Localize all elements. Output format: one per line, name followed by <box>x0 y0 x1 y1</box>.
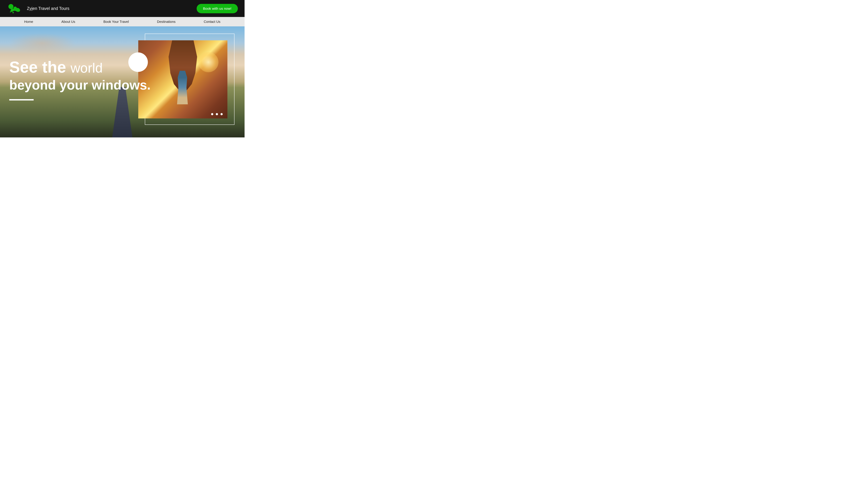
hero-underline <box>9 99 34 101</box>
brand-title: Zyjen Travel and Tours <box>27 6 69 11</box>
dancer-figure <box>176 71 189 104</box>
hero-section: See the world beyond your windows. <box>0 26 244 138</box>
feature-image <box>138 40 227 119</box>
svg-point-0 <box>8 4 14 9</box>
decorative-circle <box>128 52 148 72</box>
nav-home[interactable]: Home <box>24 20 33 24</box>
nav-about[interactable]: About Us <box>62 20 75 24</box>
nav-book[interactable]: Book Your Travel <box>103 20 129 24</box>
svg-point-2 <box>10 12 11 13</box>
main-nav: Home About Us Book Your Travel Destinati… <box>0 17 244 26</box>
carousel-dot-2[interactable] <box>216 113 218 115</box>
svg-point-3 <box>13 12 14 13</box>
brand-container: Zyjen Travel and Tours <box>7 3 69 14</box>
carousel-dots <box>211 113 223 115</box>
hero-line-2: beyond your windows. <box>9 78 151 92</box>
nav-destinations[interactable]: Destinations <box>157 20 176 24</box>
logo-icon <box>7 3 22 14</box>
book-now-button[interactable]: Book with us now! <box>196 4 238 13</box>
hero-text-bold: See the <box>9 58 66 76</box>
nav-contact[interactable]: Contact Us <box>204 20 220 24</box>
header-bar: Zyjen Travel and Tours Book with us now! <box>0 0 244 17</box>
hero-text-light: world <box>70 60 103 75</box>
carousel-dot-3[interactable] <box>221 113 223 115</box>
carousel-dot-1[interactable] <box>211 113 213 115</box>
